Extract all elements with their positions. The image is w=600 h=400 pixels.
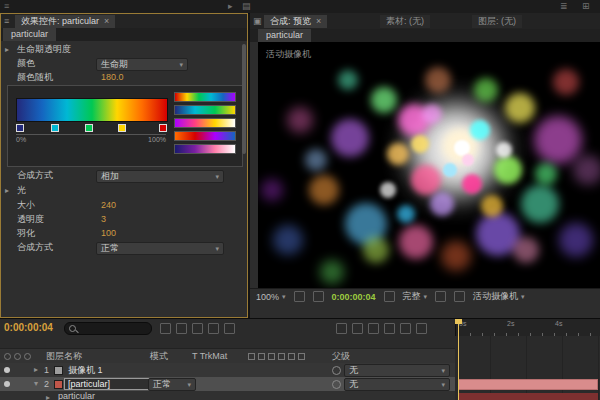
eye-icon[interactable] (4, 381, 10, 387)
resolution-dropdown[interactable]: 完整 ▾ (403, 290, 428, 303)
gradient-stops[interactable] (16, 124, 166, 132)
view-dropdown[interactable]: 活动摄像机 ▾ (473, 290, 525, 303)
column-layer-name[interactable]: 图层名称 (46, 349, 82, 363)
comp-viewport[interactable]: 活动摄像机 (258, 42, 600, 288)
mask-toggle-icon[interactable] (313, 291, 324, 302)
current-timecode[interactable]: 0:00:00:04 (4, 322, 53, 333)
gradient-stop-handle[interactable] (118, 124, 126, 132)
close-icon[interactable]: × (104, 17, 109, 26)
preview-timecode[interactable]: 0:00:00:04 (332, 292, 376, 302)
gradient-stop-handle[interactable] (159, 124, 167, 132)
effect-name[interactable]: particular (58, 391, 95, 400)
auto-keyframe-icon[interactable] (352, 323, 363, 334)
gradient-stop-handle[interactable] (85, 124, 93, 132)
parent-dropdown[interactable]: 无 ▾ (344, 378, 450, 391)
blend-mode-dropdown[interactable]: 正常 ▾ (96, 242, 224, 255)
layer-duration-bar[interactable] (458, 379, 598, 390)
transfer-mode-dropdown[interactable]: 相加 ▾ (96, 170, 224, 183)
column-parent[interactable]: 父级 (332, 349, 350, 363)
gradient-presets[interactable] (174, 92, 236, 157)
graph-editor-icon[interactable] (368, 323, 379, 334)
gradient-preset[interactable] (174, 92, 236, 102)
region-of-interest-icon[interactable] (435, 291, 446, 302)
transparency-grid-icon[interactable] (454, 291, 465, 302)
tab-layer[interactable]: 图层: (无) (472, 15, 522, 28)
effect-row-particular[interactable]: ▸ particular (0, 391, 455, 400)
twirl-icon[interactable]: ▸ (5, 184, 9, 197)
gradient-bar[interactable] (16, 98, 168, 122)
panel-menu-icon[interactable]: ≡ (4, 16, 9, 26)
chevron-down-icon: ▾ (215, 171, 219, 182)
layer-row-camera[interactable]: ▸ 1 摄像机 1 无 ▾ (0, 363, 455, 377)
bokeh-particle (287, 107, 313, 133)
comp-panel-tabbar: ▣ 合成: 预览 × 素材: (无) 图层: (无) (250, 13, 600, 29)
close-icon[interactable]: × (316, 17, 321, 26)
motion-blur-icon[interactable] (224, 323, 235, 334)
panel-icon[interactable]: ▣ (253, 16, 262, 26)
opacity-value[interactable]: 3 (101, 213, 106, 226)
column-mode[interactable]: 模式 (150, 349, 168, 363)
zoom-dropdown[interactable]: 100% ▾ (256, 291, 286, 302)
vertical-scrollbar[interactable] (242, 44, 246, 154)
layer-name[interactable]: 摄像机 1 (68, 363, 103, 377)
hide-shy-icon[interactable] (192, 323, 203, 334)
zoom-in-icon[interactable] (416, 323, 427, 334)
tab-comp-name[interactable]: particular (258, 29, 311, 42)
bokeh-particle (462, 174, 482, 194)
tab-footage[interactable]: 素材: (无) (380, 15, 430, 28)
workspace-icon[interactable]: ▤ (242, 1, 251, 12)
timeline-search-input[interactable] (64, 322, 152, 335)
bokeh-particle (411, 165, 441, 195)
property-label: 合成方式 (17, 241, 53, 254)
maximize-icon[interactable]: ⊞ (582, 1, 590, 12)
frame-blend-icon[interactable] (208, 323, 219, 334)
eye-icon[interactable] (4, 367, 10, 373)
gradient-preset[interactable] (174, 118, 236, 128)
gradient-preset[interactable] (174, 144, 236, 154)
bokeh-particle (397, 205, 415, 223)
property-label: 生命期透明度 (17, 43, 71, 56)
row-opacity-over-life[interactable]: ▸ 生命期透明度 (1, 43, 247, 56)
gradient-stop-handle[interactable] (51, 124, 59, 132)
current-time-indicator[interactable] (458, 319, 459, 400)
timeline-tracks[interactable] (455, 336, 600, 400)
parent-pickwhip-icon[interactable] (332, 366, 341, 375)
tab-composition[interactable]: 合成: 预览 × (264, 15, 327, 28)
gradient-editor[interactable]: 0% 100% (7, 85, 243, 167)
label-color-swatch[interactable] (54, 366, 63, 375)
color-mode-dropdown[interactable]: 生命期 ▾ (96, 58, 188, 71)
draft-3d-icon[interactable] (176, 323, 187, 334)
expand-icon[interactable] (384, 323, 395, 334)
tab-effect-controls[interactable]: 效果控件: particular × (15, 15, 115, 28)
comp-flowchart-icon[interactable] (160, 323, 171, 334)
parent-pickwhip-icon[interactable] (332, 380, 341, 389)
row-glow-section[interactable]: ▸ 光 (1, 184, 247, 197)
parent-dropdown[interactable]: 无 ▾ (344, 364, 450, 377)
color-random-value[interactable]: 180.0 (101, 71, 124, 84)
label-color-swatch[interactable] (54, 380, 63, 389)
brainstorm-icon[interactable] (336, 323, 347, 334)
feather-value[interactable]: 100 (101, 227, 116, 240)
safe-frames-icon[interactable] (294, 291, 305, 302)
panel-list-icon[interactable]: ≣ (560, 1, 568, 12)
mode-dropdown[interactable]: 正常 ▾ (148, 378, 196, 391)
gradient-preset[interactable] (174, 105, 236, 115)
gradient-preset[interactable] (174, 131, 236, 141)
zoom-out-icon[interactable] (400, 323, 411, 334)
play-icon[interactable]: ▸ (228, 1, 233, 12)
video-column-icon (4, 353, 11, 360)
twirl-icon[interactable]: ▸ (46, 391, 50, 400)
layer-row-particular[interactable]: ▾ 2 [particular] 正常 ▾ 无 ▾ (0, 377, 455, 391)
size-value[interactable]: 240 (101, 199, 116, 212)
tab-comp-name[interactable]: particular (3, 28, 56, 41)
gradient-stop-handle[interactable] (16, 124, 24, 132)
twirl-icon[interactable]: ▸ (34, 363, 38, 377)
app-menu-icon[interactable]: ≡ (4, 1, 9, 12)
column-trkmat[interactable]: T TrkMat (192, 349, 227, 363)
snapshot-icon[interactable] (384, 291, 395, 302)
effect-duration-bar[interactable] (458, 393, 598, 400)
twirl-icon[interactable]: ▾ (34, 377, 38, 391)
twirl-icon[interactable]: ▸ (5, 43, 9, 56)
layer-name-editbox[interactable]: [particular] (64, 378, 160, 390)
timeline-ruler[interactable]: 0s 2s 4s (455, 319, 600, 337)
